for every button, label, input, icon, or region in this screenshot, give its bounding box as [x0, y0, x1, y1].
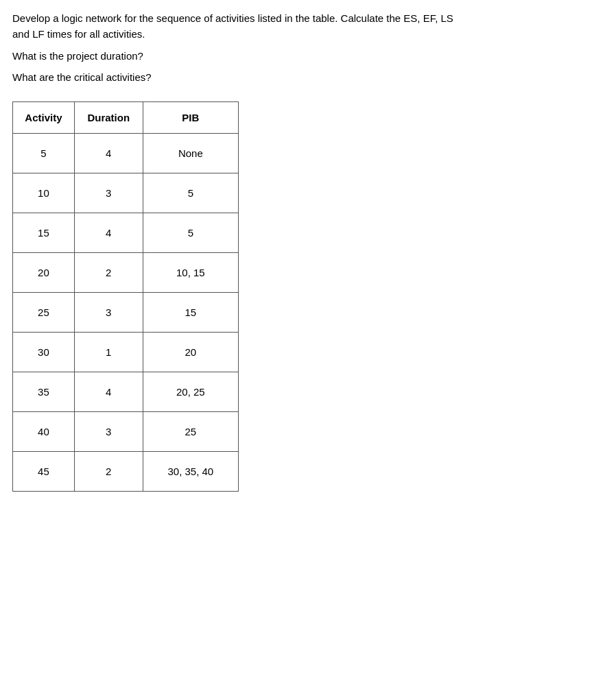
table-row: 45230, 35, 40	[13, 452, 239, 492]
cell-pib: 20	[143, 333, 238, 372]
cell-duration: 2	[74, 452, 143, 492]
cell-activity: 5	[13, 134, 75, 173]
cell-duration: 2	[74, 253, 143, 293]
intro-line1: Develop a logic network for the sequence…	[12, 11, 604, 42]
cell-activity: 25	[13, 293, 75, 333]
cell-duration: 4	[74, 213, 143, 253]
cell-pib: 25	[143, 412, 238, 452]
activity-table: Activity Duration PIB 54None103515452021…	[12, 101, 239, 492]
table-row: 25315	[13, 293, 239, 333]
cell-pib: 20, 25	[143, 372, 238, 412]
table-row: 1035	[13, 173, 239, 213]
cell-pib: 10, 15	[143, 253, 238, 293]
cell-duration: 3	[74, 412, 143, 452]
cell-pib: 30, 35, 40	[143, 452, 238, 492]
table-row: 20210, 15	[13, 253, 239, 293]
cell-activity: 40	[13, 412, 75, 452]
cell-duration: 3	[74, 173, 143, 213]
activity-table-wrapper: Activity Duration PIB 54None103515452021…	[12, 101, 239, 492]
header-pib: PIB	[143, 102, 238, 134]
cell-duration: 4	[74, 372, 143, 412]
cell-activity: 30	[13, 333, 75, 372]
table-row: 30120	[13, 333, 239, 372]
cell-activity: 35	[13, 372, 75, 412]
table-row: 54None	[13, 134, 239, 173]
cell-activity: 10	[13, 173, 75, 213]
cell-pib: None	[143, 134, 238, 173]
cell-activity: 15	[13, 213, 75, 253]
cell-activity: 45	[13, 452, 75, 492]
cell-activity: 20	[13, 253, 75, 293]
cell-duration: 1	[74, 333, 143, 372]
header-activity: Activity	[13, 102, 75, 134]
header-duration: Duration	[74, 102, 143, 134]
cell-pib: 5	[143, 173, 238, 213]
table-row: 35420, 25	[13, 372, 239, 412]
table-header-row: Activity Duration PIB	[13, 102, 239, 134]
question1: What is the project duration?	[12, 49, 604, 64]
cell-pib: 15	[143, 293, 238, 333]
table-row: 40325	[13, 412, 239, 452]
question2: What are the critical activities?	[12, 70, 604, 86]
table-row: 1545	[13, 213, 239, 253]
cell-duration: 3	[74, 293, 143, 333]
cell-duration: 4	[74, 134, 143, 173]
cell-pib: 5	[143, 213, 238, 253]
